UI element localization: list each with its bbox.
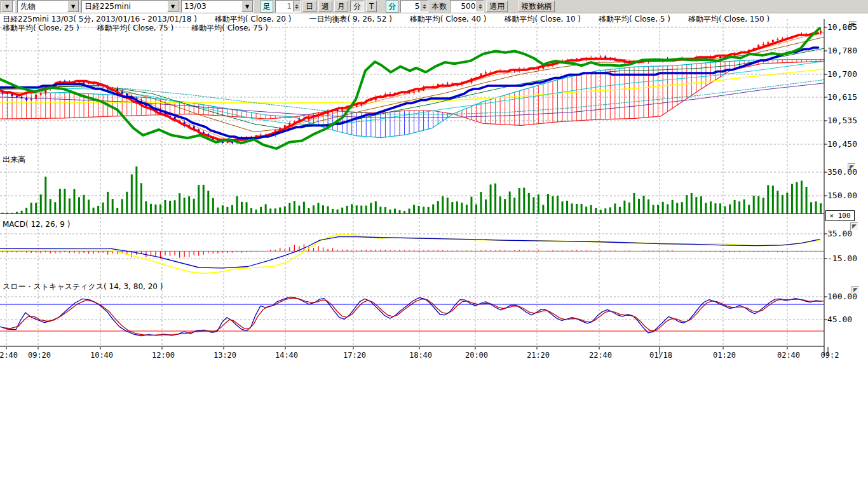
indicator-legend-item: 移動平均( Close, 75 ) — [191, 24, 268, 32]
time-tick-label: 17:20 — [343, 351, 366, 360]
axis-tick-label: 10,865 — [827, 22, 857, 32]
volume-multiplier-badge: × 100 — [825, 210, 855, 221]
axis-tick-label: -15.00 — [827, 254, 857, 263]
axis-tick-label: 10,615 — [827, 92, 857, 102]
time-tick-label: 20:00 — [465, 351, 488, 360]
macd-panel-label: MACD( 12, 26, 9 ) — [3, 220, 70, 229]
time-tick-label: 10:40 — [90, 351, 113, 360]
indicator-legend-item: 一目均衡表( 9, 26, 52 ) — [309, 15, 391, 24]
axis-tick-label: 10,780 — [827, 46, 857, 55]
time-tick-label: 13:20 — [214, 351, 236, 360]
indicator-legend-item: 日経225mini 13/03( 5分, 2013/01/16 - 2013/0… — [3, 15, 197, 24]
stoch-panel-label: スロー・ストキャスティクス( 14, 3, 80, 20 ) — [3, 281, 163, 292]
time-tick-label: 02:40 — [0, 351, 18, 360]
indicator-legend-item: 移動平均( Close, 5 ) — [599, 15, 670, 24]
indicator-legend-item: 移動平均( Close, 75 ) — [97, 24, 174, 32]
indicator-legend-item: 移動平均( Close, 40 ) — [410, 15, 487, 24]
time-tick-label: 02:40 — [777, 351, 800, 360]
time-tick-label: 22:40 — [589, 351, 612, 360]
time-tick-label: 18:40 — [409, 351, 432, 360]
time-tick-label: 21:20 — [527, 351, 550, 360]
time-tick-label: 01:20 — [713, 351, 736, 360]
axis-tick-label: 350.00 — [827, 167, 857, 177]
axis-tick-label: 10,700 — [827, 69, 857, 79]
time-tick-label: 09:2 — [821, 351, 839, 360]
axis-tick-label: 10,535 — [827, 116, 857, 125]
time-tick-label: 12:00 — [152, 351, 175, 360]
indicator-legend-item: 移動平均( Close, 25 ) — [3, 24, 79, 32]
volume-panel-label: 出来高 — [3, 154, 25, 165]
time-tick-label: 09:20 — [28, 351, 51, 360]
trading-app-window: ▼ 先物 ▼ 日経225mini ▼ 13/03 ▼ 足 1 日 週 月 分 T… — [0, 0, 868, 488]
axis-tick-label: 35.00 — [827, 229, 852, 238]
legend-row-2: 移動平均( Close, 25 )移動平均( Close, 75 )移動平均( … — [3, 23, 286, 34]
axis-tick-label: 150.00 — [827, 191, 857, 200]
indicator-legend-item: 移動平均( Close, 150 ) — [688, 15, 770, 24]
axis-tick-label: 10,450 — [827, 139, 857, 149]
chart-canvas[interactable] — [0, 0, 868, 381]
indicator-legend-item: 移動平均( Close, 20 ) — [215, 15, 292, 24]
axis-tick-label: 100.00 — [827, 292, 857, 301]
time-tick-label: 14:40 — [275, 351, 298, 360]
time-tick-label: 01/18 — [649, 351, 672, 360]
indicator-legend-item: 移動平均( Close, 10 ) — [504, 15, 581, 24]
axis-tick-label: 45.00 — [827, 315, 852, 324]
